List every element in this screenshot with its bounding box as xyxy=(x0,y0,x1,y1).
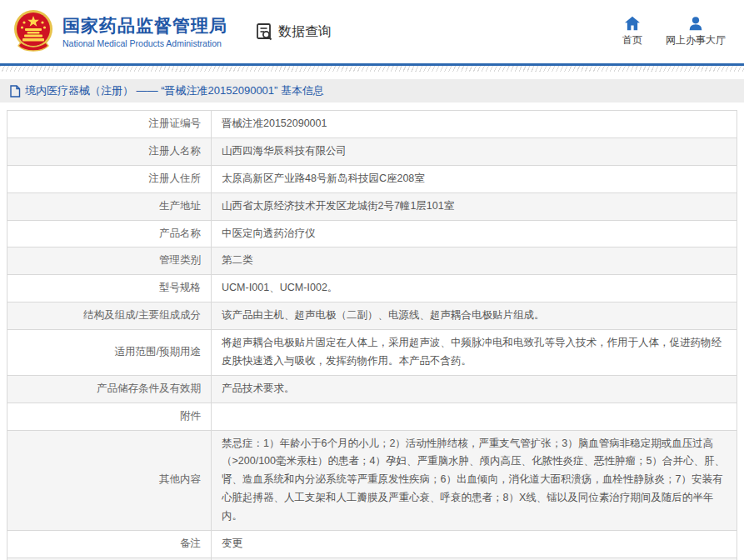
table-row: 型号规格 UCM-Ⅰ001、UCM-Ⅰ002。 xyxy=(7,275,737,302)
field-value: 禁忌症：1）年龄小于6个月的小儿；2）活动性肺结核，严重支气管扩张；3）脑血管病… xyxy=(222,438,725,522)
field-value: 第二类 xyxy=(222,254,253,266)
field-value: 太原高新区产业路48号新岛科技园C座208室 xyxy=(222,172,425,184)
field-label: 备注 xyxy=(180,538,201,549)
field-label: 附件 xyxy=(180,410,201,422)
registration-info-table: 注册证编号 晋械注准20152090001 注册人名称 山西四海华辰科技有限公司… xyxy=(7,110,737,560)
table-row: 注册证编号 晋械注准20152090001 xyxy=(7,111,737,138)
stripe-band xyxy=(0,66,744,72)
field-label-cell: 附件 xyxy=(7,402,212,430)
table-row: 适用范围/预期用途 将超声耦合电极贴片固定在人体上，采用超声波、中频脉冲电和电致… xyxy=(7,330,737,376)
field-value: 晋械注准20152090001 xyxy=(222,118,327,129)
field-label-cell: 注册人住所 xyxy=(7,165,212,192)
table-row: 备注 变更 xyxy=(7,530,737,558)
field-label-cell: 适用范围/预期用途 xyxy=(7,330,212,376)
breadcrumb: 境内医疗器械（注册） —— “晋械注准20152090001” 基本信息 xyxy=(0,79,744,102)
field-value: 该产品由主机、超声电极（二副）、电源线、超声耦合电极贴片组成。 xyxy=(222,309,545,321)
field-value-cell: 山西四海华辰科技有限公司 xyxy=(212,138,737,165)
field-label: 生产地址 xyxy=(159,200,201,212)
table-row: 附件 xyxy=(7,402,737,430)
field-label-cell: 其他内容 xyxy=(7,430,212,530)
table-row: 管理类别 第二类 xyxy=(7,248,737,275)
field-label: 其他内容 xyxy=(159,473,201,485)
field-label: 产品储存条件及有效期 xyxy=(97,382,201,394)
data-query-link[interactable]: 数据查询 xyxy=(254,22,332,42)
nav-home-label: 首页 xyxy=(622,33,642,48)
table-row: 结构及组成/主要组成成分 该产品由主机、超声电极（二副）、电源线、超声耦合电极贴… xyxy=(7,302,737,330)
data-query-icon xyxy=(254,22,274,42)
field-label-cell: 管理类别 xyxy=(7,248,212,275)
field-value-cell: 第二类 xyxy=(212,248,737,275)
field-label-cell: 注册证编号 xyxy=(7,111,212,138)
nav-service-hall-label: 网上办事大厅 xyxy=(666,33,726,48)
field-value: 山西四海华辰科技有限公司 xyxy=(222,145,347,157)
field-label-cell: 备注 xyxy=(7,530,212,558)
table-row: 产品名称 中医定向透药治疗仪 xyxy=(7,220,737,248)
table-row: 其他内容 禁忌症：1）年龄小于6个月的小儿；2）活动性肺结核，严重支气管扩张；3… xyxy=(7,430,737,530)
org-name-en: National Medical Products Administration xyxy=(62,38,227,48)
field-label-cell: 产品储存条件及有效期 xyxy=(7,375,212,402)
home-icon xyxy=(624,16,641,31)
field-label: 适用范围/预期用途 xyxy=(115,346,201,358)
field-value-cell: UCM-Ⅰ001、UCM-Ⅰ002。 xyxy=(212,275,737,302)
breadcrumb-text: 境内医疗器械（注册） —— “晋械注准20152090001” 基本信息 xyxy=(25,83,324,98)
data-query-label: 数据查询 xyxy=(278,23,332,41)
field-label: 产品名称 xyxy=(159,228,201,239)
nmpa-logo-group: 国家药品监督管理局 National Medical Products Admi… xyxy=(12,8,227,55)
field-label: 型号规格 xyxy=(159,282,201,293)
field-label: 管理类别 xyxy=(159,254,201,266)
field-label: 结构及组成/主要组成成分 xyxy=(83,309,201,321)
org-name-cn: 国家药品监督管理局 xyxy=(62,15,227,36)
field-value: 将超声耦合电极贴片固定在人体上，采用超声波、中频脉冲电和电致孔等导入技术，作用于… xyxy=(222,337,722,367)
national-emblem-icon xyxy=(12,8,55,55)
table-row: 注册人住所 太原高新区产业路48号新岛科技园C座208室 xyxy=(7,165,737,192)
field-label-cell: 产品名称 xyxy=(7,220,212,248)
field-value-cell: 将超声耦合电极贴片固定在人体上，采用超声波、中频脉冲电和电致孔等导入技术，作用于… xyxy=(212,330,737,376)
field-value-cell: 该产品由主机、超声电极（二副）、电源线、超声耦合电极贴片组成。 xyxy=(212,302,737,330)
table-row: 注册人名称 山西四海华辰科技有限公司 xyxy=(7,138,737,165)
field-label: 注册人住所 xyxy=(149,172,202,184)
nav-service-hall[interactable]: 网上办事大厅 xyxy=(666,16,726,48)
nav-home[interactable]: 首页 xyxy=(622,16,642,48)
field-value: 产品技术要求。 xyxy=(222,382,295,394)
field-value: 中医定向透药治疗仪 xyxy=(222,228,316,239)
site-header: 国家药品监督管理局 National Medical Products Admi… xyxy=(0,0,744,63)
field-label-cell: 型号规格 xyxy=(7,275,212,302)
header-nav: 首页 网上办事大厅 xyxy=(622,16,732,48)
field-value-cell: 禁忌症：1）年龄小于6个月的小儿；2）活动性肺结核，严重支气管扩张；3）脑血管病… xyxy=(212,430,737,530)
info-table-body: 注册证编号 晋械注准20152090001 注册人名称 山西四海华辰科技有限公司… xyxy=(7,111,737,560)
field-value: 山西省太原经济技术开发区龙城街2号7幢1层101室 xyxy=(222,200,454,212)
field-value-cell xyxy=(212,402,737,430)
field-value-cell: 山西省太原经济技术开发区龙城街2号7幢1层101室 xyxy=(212,192,737,220)
field-value-cell: 中医定向透药治疗仪 xyxy=(212,220,737,248)
field-value: 变更 xyxy=(222,538,242,549)
field-value-cell: 变更 xyxy=(212,530,737,558)
table-row: 生产地址 山西省太原经济技术开发区龙城街2号7幢1层101室 xyxy=(7,192,737,220)
page-icon xyxy=(9,85,21,98)
field-label: 注册证编号 xyxy=(149,118,202,129)
field-value-cell: 晋械注准20152090001 xyxy=(212,111,737,138)
field-value-cell: 产品技术要求。 xyxy=(212,375,737,402)
field-value-cell: 太原高新区产业路48号新岛科技园C座208室 xyxy=(212,165,737,192)
field-label: 注册人名称 xyxy=(149,145,202,157)
field-value: UCM-Ⅰ001、UCM-Ⅰ002。 xyxy=(222,282,337,293)
field-label-cell: 生产地址 xyxy=(7,192,212,220)
field-label-cell: 结构及组成/主要组成成分 xyxy=(7,302,212,330)
user-icon xyxy=(687,16,704,31)
table-row: 产品储存条件及有效期 产品技术要求。 xyxy=(7,375,737,402)
field-label-cell: 注册人名称 xyxy=(7,138,212,165)
